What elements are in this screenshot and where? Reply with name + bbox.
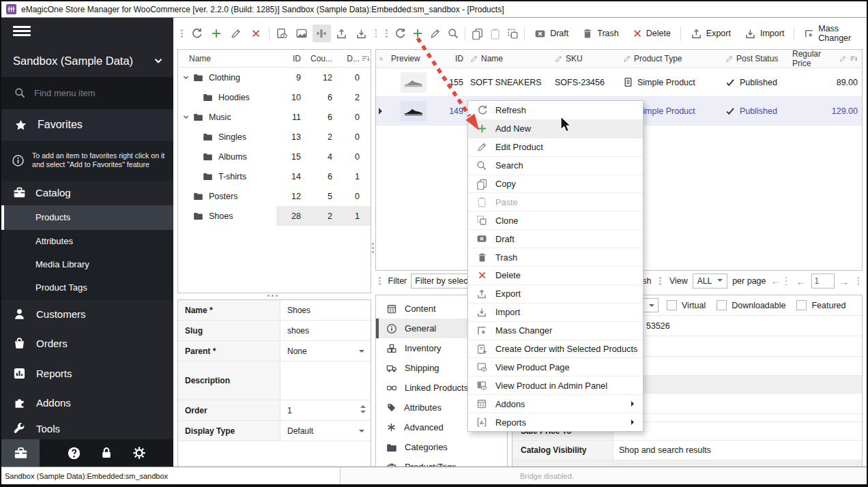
display-type-select[interactable]: Default xyxy=(280,421,371,441)
help-button[interactable] xyxy=(67,439,81,467)
virtual-checkbox[interactable] xyxy=(667,300,677,310)
order-stepper[interactable]: 1 xyxy=(280,400,371,420)
toolbar-drag-handle[interactable] xyxy=(386,29,388,38)
name-field[interactable]: Shoes xyxy=(280,300,371,320)
category-preview-images-button[interactable] xyxy=(273,25,291,42)
tree-row-albums[interactable]: Albums 1540 xyxy=(178,147,371,166)
category-delete-button[interactable] xyxy=(247,25,265,42)
context-reports[interactable]: Reports xyxy=(468,413,643,431)
toolbar-drag-handle[interactable] xyxy=(181,29,183,38)
context-trash[interactable]: Trash xyxy=(468,248,643,266)
connection-selector[interactable]: Sandbox (Sample Data) xyxy=(1,45,173,77)
product-row[interactable]: 155 SOFT SNEAKERS SOFS-23456 Simple Prod… xyxy=(376,68,862,97)
category-refresh-button[interactable] xyxy=(188,25,206,42)
context-paste[interactable]: Paste xyxy=(468,192,643,211)
context-addons[interactable]: Addons xyxy=(468,394,643,413)
expander-icon[interactable] xyxy=(178,113,193,121)
trash-button[interactable]: Trash xyxy=(576,25,625,42)
context-mass-changer[interactable]: Mass Changer xyxy=(468,321,643,340)
description-field[interactable] xyxy=(280,361,371,400)
context-copy[interactable]: Copy xyxy=(468,175,643,193)
spinner-icons[interactable] xyxy=(360,405,366,413)
context-draft[interactable]: Draft xyxy=(468,229,643,248)
tree-row-singles[interactable]: Singles 1320 xyxy=(178,127,371,147)
toolbar-drag-handle[interactable] xyxy=(659,277,661,285)
product-refresh-button[interactable] xyxy=(392,25,409,42)
detail-field[interactable] xyxy=(613,336,862,356)
sidebar-item-product-tags[interactable]: Product Tags xyxy=(1,276,173,299)
toolbar-drag-handle[interactable] xyxy=(858,277,860,285)
sidebar-item-tools[interactable]: Tools xyxy=(1,417,173,439)
sidebar-item-addons[interactable]: Addons xyxy=(1,388,173,417)
context-export[interactable]: Export xyxy=(468,284,643,303)
tab-categories[interactable]: Categories xyxy=(376,437,507,457)
category-split-view-button[interactable] xyxy=(313,25,331,42)
mass-changer-button[interactable]: Mass Changer xyxy=(798,25,868,42)
tree-row-shoes[interactable]: Shoes 2821 xyxy=(178,206,371,226)
featured-checkbox[interactable] xyxy=(796,300,807,310)
splitter-handle[interactable] xyxy=(267,295,278,297)
category-tree-header[interactable]: Name ID Cou... D... xyxy=(178,50,371,68)
clone-button[interactable] xyxy=(504,25,521,42)
tree-row-music[interactable]: Music 1160 xyxy=(178,107,371,127)
sidebar-item-catalog[interactable]: Catalog xyxy=(1,181,173,205)
tree-row-posters[interactable]: Posters 1250 xyxy=(178,186,371,206)
sidebar-item-favorites[interactable]: Favorites xyxy=(1,109,173,140)
toolbar-drag-handle[interactable] xyxy=(379,277,381,285)
copy-button[interactable] xyxy=(469,25,485,42)
expander-icon[interactable] xyxy=(178,74,193,81)
downloadable-checkbox[interactable] xyxy=(717,300,727,310)
context-view-product-admin[interactable]: View Product in Admin Panel xyxy=(468,376,643,394)
sale-price-to-field[interactable] xyxy=(613,422,862,440)
context-create-order[interactable]: Create Order with Selected Products xyxy=(468,340,643,358)
parent-select[interactable]: None xyxy=(280,341,371,361)
sidebar-search[interactable] xyxy=(1,77,173,109)
detail-field[interactable] xyxy=(613,357,862,375)
lock-button[interactable] xyxy=(100,439,113,467)
context-add-new[interactable]: Add New xyxy=(468,119,643,138)
context-import[interactable]: Import xyxy=(468,303,643,321)
context-view-product-page[interactable]: View Product Page xyxy=(468,357,643,376)
sku-field[interactable]: 53526 xyxy=(613,316,862,336)
detail-field[interactable] xyxy=(613,394,862,413)
store-button[interactable] xyxy=(1,439,40,467)
sidebar-item-reports[interactable]: Reports xyxy=(1,358,173,387)
menu-search-input[interactable] xyxy=(34,88,150,98)
category-image-button[interactable] xyxy=(293,25,311,42)
settings-button[interactable] xyxy=(132,439,146,467)
delete-button[interactable]: Delete xyxy=(626,25,677,42)
context-clone[interactable]: Clone xyxy=(468,211,643,229)
product-search-button[interactable] xyxy=(445,25,461,42)
context-edit-product[interactable]: Edit Product xyxy=(468,138,643,156)
sidebar-item-attributes[interactable]: Attributes xyxy=(1,230,173,253)
context-search[interactable]: Search xyxy=(468,156,643,175)
toolbar-drag-handle[interactable] xyxy=(375,29,377,38)
page-number-input[interactable] xyxy=(811,274,835,289)
next-page-icon[interactable]: → xyxy=(839,276,850,287)
view-select[interactable]: ALL xyxy=(693,274,727,289)
tree-row-tshirts[interactable]: T-shirts 1461 xyxy=(178,166,371,186)
column-chooser-icon[interactable]: ≡ xyxy=(379,55,382,62)
tree-row-clothing[interactable]: Clothing 9120 xyxy=(178,68,371,87)
tree-row-hoodies[interactable]: Hoodies 1062 xyxy=(178,87,371,107)
paste-button[interactable] xyxy=(487,25,503,42)
category-edit-button[interactable] xyxy=(227,25,246,42)
first-page-icon[interactable]: ←⋮ xyxy=(771,275,792,287)
product-add-button[interactable] xyxy=(409,25,426,42)
sidebar-item-customers[interactable]: Customers xyxy=(1,299,173,329)
sidebar-item-orders[interactable]: Orders xyxy=(1,329,173,358)
splitter-handle[interactable] xyxy=(372,243,374,253)
export-button[interactable]: Export xyxy=(684,25,737,42)
category-export-button[interactable] xyxy=(332,25,351,42)
context-delete[interactable]: Delete xyxy=(468,266,643,284)
sidebar-item-products[interactable]: Products xyxy=(1,205,173,230)
slug-field[interactable]: shoes xyxy=(280,321,371,340)
menu-toggle-button[interactable] xyxy=(1,18,173,45)
draft-button[interactable]: Draft xyxy=(528,25,575,42)
products-table-header[interactable]: ≡ Preview ID Name SKU Product Type Post … xyxy=(376,50,862,68)
context-refresh[interactable]: Refresh xyxy=(468,101,643,119)
catalog-visibility-field[interactable]: Shop and search results xyxy=(613,441,862,460)
sidebar-item-media-library[interactable]: Media Library xyxy=(1,253,173,276)
import-button[interactable]: Import xyxy=(738,25,790,42)
category-import-button[interactable] xyxy=(352,25,371,42)
